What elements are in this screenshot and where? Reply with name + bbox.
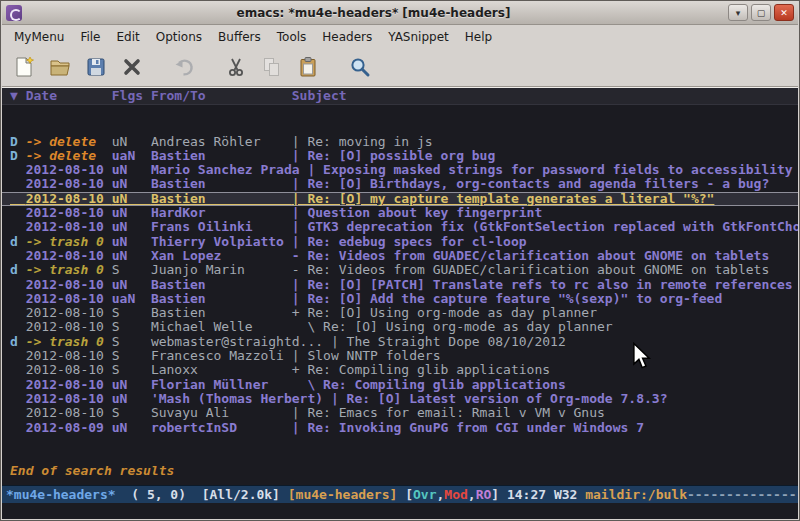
menu-item-mymenu[interactable]: MyMenu (6, 27, 72, 47)
message-row[interactable]: 2012-08-10 uN Florian Müllner \ Re: Comp… (2, 378, 798, 392)
message-row[interactable]: 2012-08-10 uN Bastien | Re: [O] Birthday… (2, 177, 798, 191)
undo-icon (170, 53, 198, 81)
message-row[interactable]: d -> trash 0 S Juanjo Marin - Re: Videos… (2, 263, 798, 277)
header-line[interactable]: ▼ Date Flgs From/To Subject (2, 88, 798, 104)
message-row[interactable]: d -> trash 0 uN Thierry Volpiatto | Re: … (2, 235, 798, 249)
modeline-maildir: maildir:/bulk (585, 487, 687, 502)
message-row[interactable]: 2012-08-10 S Francesco Mazzoli | Slow NN… (2, 349, 798, 363)
message-row[interactable]: 2012-08-10 uN HardKor | Question about k… (2, 206, 798, 220)
modeline-overwrite-flag: Ovr (413, 487, 436, 502)
message-row[interactable]: 2012-08-10 S Michael Welle \ Re: [O] Usi… (2, 320, 798, 334)
modeline-buffer-name: *mu4e-headers* (6, 487, 116, 502)
open-file-icon[interactable] (46, 53, 74, 81)
search-icon[interactable] (346, 53, 374, 81)
window-controls: ▾ ▢ ✕ (725, 4, 794, 21)
mode-line: *mu4e-headers* ( 5, 0) [All/2.0k] [mu4e-… (2, 485, 798, 503)
modeline-bracket-close: ] (491, 487, 507, 502)
emacs-icon (6, 5, 22, 21)
emacs-frame: ▼ Date Flgs From/To Subject D -> delete … (2, 87, 798, 519)
menu-item-buffers[interactable]: Buffers (210, 27, 269, 47)
paste-icon[interactable] (294, 53, 322, 81)
message-row[interactable]: 2012-08-10 uN Bastien | Re: [O] my captu… (2, 192, 798, 206)
menu-item-yasnippet[interactable]: YASnippet (380, 27, 457, 47)
message-row[interactable]: 2012-08-10 uN Xan Lopez - Re: Videos fro… (2, 249, 798, 263)
save-buffer-icon[interactable] (82, 53, 110, 81)
message-row[interactable]: D -> delete uaN Bastien | Re: [O] possib… (2, 149, 798, 163)
menu-item-options[interactable]: Options (148, 27, 210, 47)
new-file-icon[interactable] (10, 53, 38, 81)
modeline-major-mode: [mu4e-headers] (288, 487, 398, 502)
modeline-comma2: , (468, 487, 476, 502)
end-of-results: End of search results (2, 463, 798, 478)
menu-bar: MyMenuFileEditOptionsBuffersToolsHeaders… (2, 25, 798, 48)
window-title: emacs: *mu4e-headers* [mu4e-headers] (22, 6, 725, 20)
message-row[interactable]: D -> delete uN Andreas Röhler | Re: movi… (2, 135, 798, 149)
menu-item-help[interactable]: Help (457, 27, 500, 47)
message-row[interactable]: 2012-08-10 uN 'Mash (Thomas Herbert) | R… (2, 392, 798, 406)
modeline-readonly-flag: RO (476, 487, 492, 502)
menu-item-tools[interactable]: Tools (269, 27, 315, 47)
message-row[interactable]: 2012-08-09 uN robertcInSD | Re: Invoking… (2, 421, 798, 435)
message-row[interactable]: 2012-08-10 uaN Bastien | Re: [O] Add the… (2, 292, 798, 306)
headers-buffer[interactable]: D -> delete uN Andreas Röhler | Re: movi… (2, 104, 798, 485)
close-button[interactable]: ✕ (774, 4, 794, 21)
message-row[interactable]: 2012-08-10 uN Bastien | Re: [O] [PATCH] … (2, 278, 798, 292)
message-row[interactable]: 2012-08-10 uN Mario Sanchez Prada | Expo… (2, 163, 798, 177)
message-row[interactable]: d -> trash 0 S webmaster@straightd... | … (2, 335, 798, 349)
menu-item-edit[interactable]: Edit (109, 27, 148, 47)
message-row[interactable]: 2012-08-10 S Suvayu Ali | Re: Emacs for … (2, 406, 798, 420)
modeline-bracket-open: [ (397, 487, 413, 502)
headers-list: D -> delete uN Andreas Röhler | Re: movi… (2, 135, 798, 435)
modeline-dashes: ---------------------------------------- (687, 487, 798, 502)
modeline-modified-flag: Mod (444, 487, 467, 502)
message-row[interactable]: 2012-08-10 S Lanoxx + Re: Compiling glib… (2, 363, 798, 377)
titlebar: emacs: *mu4e-headers* [mu4e-headers] ▾ ▢… (2, 1, 798, 25)
menu-item-headers[interactable]: Headers (314, 27, 380, 47)
maximize-button[interactable]: ▢ (751, 4, 771, 21)
minimize-button[interactable]: ▾ (728, 4, 748, 21)
copy-icon (258, 53, 286, 81)
emacs-window: emacs: *mu4e-headers* [mu4e-headers] ▾ ▢… (0, 0, 800, 521)
message-row[interactable]: 2012-08-10 S Bastien + Re: [O] Using org… (2, 306, 798, 320)
cut-icon[interactable] (222, 53, 250, 81)
close-buffer-icon[interactable] (118, 53, 146, 81)
modeline-time: 14:27 (507, 487, 546, 502)
modeline-window-id: W32 (546, 487, 585, 502)
modeline-position: ( 5, 0) [All/2.0k] (116, 487, 288, 502)
message-row[interactable]: 2012-08-10 uN Frans Oilinki | GTK3 depre… (2, 220, 798, 234)
toolbar (2, 48, 798, 87)
echo-area[interactable] (2, 503, 798, 519)
menu-item-file[interactable]: File (72, 27, 108, 47)
